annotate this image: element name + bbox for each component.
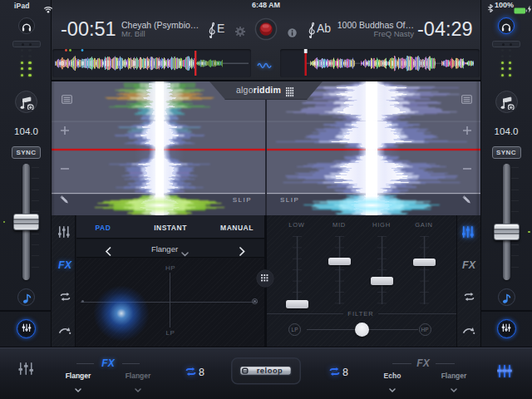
svg-text:reloop: reloop [257, 367, 283, 375]
